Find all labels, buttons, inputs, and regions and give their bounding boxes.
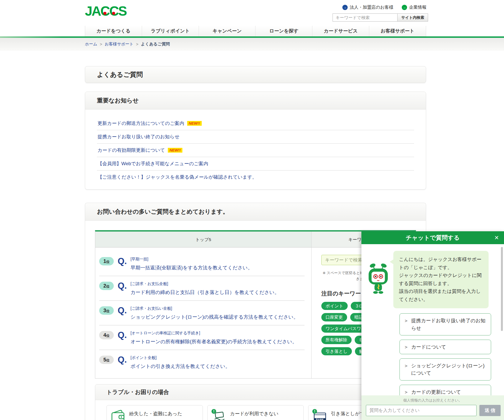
chat-body: こんにちは。ジャックスお客様サポートの「じゃこぼ」です。 ジャックスのカードやク… bbox=[361, 244, 504, 420]
page-title: よくあるご質問 bbox=[97, 70, 143, 79]
chevron-right-icon: ＞ bbox=[404, 343, 409, 351]
chat-privacy-note: 個人情報の入力はお控えください。 bbox=[361, 397, 504, 405]
notice-row: カードの有効期限更新について NEW!! bbox=[97, 144, 414, 157]
notice-link[interactable]: 更新カードの郵送方法についてのご案内 bbox=[97, 120, 184, 127]
svg-text:!: ! bbox=[314, 409, 315, 413]
close-icon[interactable]: ✕ bbox=[494, 231, 499, 244]
new-badge: NEW!! bbox=[187, 121, 202, 126]
company-info-link[interactable]: → 企業情報 bbox=[402, 4, 426, 10]
question-icon: Q. bbox=[118, 281, 127, 296]
breadcrumb-current: よくあるご質問 bbox=[141, 41, 170, 47]
chat-option-about-card[interactable]: ＞ カードについて bbox=[400, 340, 491, 354]
svg-text:BANK: BANK bbox=[316, 418, 324, 420]
site-header: JACCS → 法人・加盟店のお客様 → 企業情報 サイト内検索 bbox=[0, 0, 504, 26]
rank-badge: 2位 bbox=[99, 282, 114, 290]
notice-row: 【ご注意ください！】ジャックスを名乗る偽メールが確認されています。 bbox=[97, 171, 414, 184]
logo-dot-icon bbox=[103, 12, 106, 15]
keyword-tag[interactable]: 口座変更 bbox=[321, 313, 347, 321]
chat-bot-message: こんにちは。ジャックスお客様サポートの「じゃこぼ」です。 ジャックスのカードやク… bbox=[393, 251, 489, 308]
chat-messages: こんにちは。ジャックスお客様サポートの「じゃこぼ」です。 ジャックスのカードやク… bbox=[361, 244, 504, 395]
corporate-merchant-label: 法人・加盟店のお客様 bbox=[350, 4, 393, 10]
bank-passbook-icon: BANK ! bbox=[312, 408, 328, 420]
notice-row: 【会員用】Webでお手続き可能なメニューのご案内 bbox=[97, 157, 414, 171]
question-icon: Q. bbox=[118, 331, 127, 345]
faq-question-link[interactable]: オートローンの所有権解除(所有者名義変更)の手続方法を教えてください。 bbox=[131, 338, 297, 345]
faq-question-link[interactable]: カード利用の締め日と支払日（引き落とし日）を教えてください。 bbox=[131, 289, 279, 296]
chat-option-shopping-credit[interactable]: ＞ ショッピングクレジット(ローン)について bbox=[400, 358, 491, 381]
chat-title: チャットで質問する bbox=[406, 234, 459, 241]
chat-option-partner-card-end[interactable]: ＞ 提携カードお取り扱い終了のお知らせ bbox=[400, 313, 491, 335]
keyword-tag[interactable]: 引き落とし bbox=[321, 347, 352, 356]
faq-question-link[interactable]: 早期一括返済(全額返済)をする方法を教えてください。 bbox=[131, 264, 253, 271]
chat-header: チャットで質問する ✕ bbox=[361, 231, 504, 244]
faq-top5-column: トップ5 1位 Q. [早期一括] 早期一括返済(全額返済)をする方法を教えてく… bbox=[95, 232, 311, 378]
rank-badge: 1位 bbox=[99, 257, 114, 265]
company-info-label: 企業情報 bbox=[409, 4, 426, 10]
page-title-panel: よくあるご質問 bbox=[85, 66, 426, 83]
question-icon: Q. bbox=[118, 306, 127, 320]
site-search-button[interactable]: サイト内検索 bbox=[398, 13, 428, 22]
faq-question-link[interactable]: ショッピングクレジット(ローン)の残高を確認する方法を教えてください。 bbox=[131, 314, 298, 320]
notice-link[interactable]: 【ご注意ください！】ジャックスを名乗る偽メールが確認されています。 bbox=[97, 174, 257, 180]
rank-badge: 4位 bbox=[99, 331, 114, 339]
nav-item-lovely-point[interactable]: ラブリィポイント bbox=[142, 26, 199, 36]
keyword-tag[interactable]: ポイント bbox=[321, 302, 347, 310]
breadcrumb-strip: ホーム > お客様サポート > よくあるご質問 bbox=[0, 38, 504, 51]
arrow-circle-green-icon: → bbox=[402, 5, 407, 10]
logo-dot-icon bbox=[112, 12, 115, 15]
trouble-card-title: 紛失した・盗難にあった bbox=[129, 410, 182, 420]
chat-scrollbar[interactable] bbox=[501, 247, 503, 331]
chat-widget: チャットで質問する ✕ bbox=[361, 231, 504, 420]
breadcrumb-home-link[interactable]: ホーム bbox=[85, 41, 97, 47]
notice-link[interactable]: 【会員用】Webでお手続き可能なメニューのご案内 bbox=[97, 160, 208, 167]
keyword-tag[interactable]: 所有権解除 bbox=[321, 336, 352, 344]
jacobo-mascot-icon bbox=[368, 263, 389, 295]
faq-category: [ご請求・お支払い全般] bbox=[131, 306, 298, 311]
chat-option-card-renewal[interactable]: ＞ カードの更新について bbox=[400, 385, 491, 395]
wallet-icon bbox=[110, 408, 126, 420]
chat-question-input[interactable] bbox=[366, 405, 477, 416]
breadcrumb-support-link[interactable]: お客様サポート bbox=[105, 41, 134, 47]
nav-item-campaign[interactable]: キャンペーン bbox=[199, 26, 256, 36]
rank-badge: 3位 bbox=[99, 306, 114, 315]
trouble-card-card-not-usable[interactable]: ! カードが利用できない ▶ 詳しく見る bbox=[207, 405, 304, 420]
chevron-right-icon: ＞ bbox=[404, 317, 409, 332]
breadcrumb: ホーム > お客様サポート > よくあるご質問 bbox=[85, 38, 504, 47]
question-icon: Q. bbox=[118, 257, 127, 271]
faq-rank-item: 1位 Q. [早期一括] 早期一括返済(全額返済)をする方法を教えてください。 bbox=[99, 251, 305, 276]
nav-item-loans[interactable]: ローンを探す bbox=[255, 26, 312, 36]
chat-footer: 個人情報の入力はお控えください。 送 信 bbox=[361, 395, 504, 420]
utility-links: → 法人・加盟店のお客様 → 企業情報 bbox=[342, 4, 426, 10]
breadcrumb-separator: > bbox=[100, 42, 102, 46]
faq-rank-item: 2位 Q. [ご請求・お支払全般] カード利用の締め日と支払日（引き落とし日）を… bbox=[99, 276, 305, 300]
notice-row: 更新カードの郵送方法についてのご案内 NEW!! bbox=[97, 117, 414, 130]
trouble-card-title: カードが利用できない bbox=[230, 410, 278, 420]
corporate-merchant-link[interactable]: → 法人・加盟店のお客様 bbox=[342, 4, 393, 10]
important-notice-panel: 重要なお知らせ 更新カードの郵送方法についてのご案内 NEW!! 提携カードお取… bbox=[85, 92, 426, 190]
nav-item-customer-support[interactable]: お客様サポート bbox=[369, 26, 426, 36]
arrow-circle-blue-icon: → bbox=[342, 5, 348, 10]
faq-category: [早期一括] bbox=[131, 257, 253, 262]
notice-link[interactable]: カードの有効期限更新について bbox=[97, 147, 165, 153]
rank-badge: 5位 bbox=[99, 356, 114, 364]
faq-panel-title: お問い合わせの多いご質問をまとめております。 bbox=[85, 203, 426, 221]
nav-item-card-service[interactable]: カードサービス bbox=[312, 26, 369, 36]
faq-category: [ご請求・お支払全般] bbox=[131, 281, 279, 286]
chat-send-button[interactable]: 送 信 bbox=[479, 405, 501, 416]
site-search-input[interactable] bbox=[333, 13, 398, 22]
trouble-card-lost-stolen[interactable]: 紛失した・盗難にあった ▶ 詳しく見る bbox=[106, 405, 203, 420]
jaccs-logo-text: JACCS bbox=[85, 4, 126, 18]
site-search: サイト内検索 bbox=[333, 13, 428, 22]
chat-options: ＞ 提携カードお取り扱い終了のお知らせ ＞ カードについて ＞ ショッピングクレ… bbox=[400, 313, 491, 395]
faq-ranking-list: 1位 Q. [早期一括] 早期一括返済(全額返済)をする方法を教えてください。 … bbox=[95, 248, 311, 378]
important-notice-title: 重要なお知らせ bbox=[85, 92, 426, 109]
faq-question-link[interactable]: ポイントの引き換え方法を教えてください。 bbox=[131, 363, 230, 370]
jaccs-logo[interactable]: JACCS bbox=[85, 3, 126, 19]
question-icon: Q. bbox=[118, 355, 127, 370]
faq-rank-item: 5位 Q. [ポイント全般] ポイントの引き換え方法を教えてください。 bbox=[99, 350, 305, 374]
tab-top5[interactable]: トップ5 bbox=[95, 232, 311, 248]
notice-row: 提携カードお取り扱い終了のお知らせ bbox=[97, 130, 414, 144]
notice-link[interactable]: 提携カードお取り扱い終了のお知らせ bbox=[97, 134, 180, 140]
nav-item-make-card[interactable]: カードをつくる bbox=[85, 26, 142, 36]
faq-category: [ポイント全般] bbox=[131, 355, 230, 360]
